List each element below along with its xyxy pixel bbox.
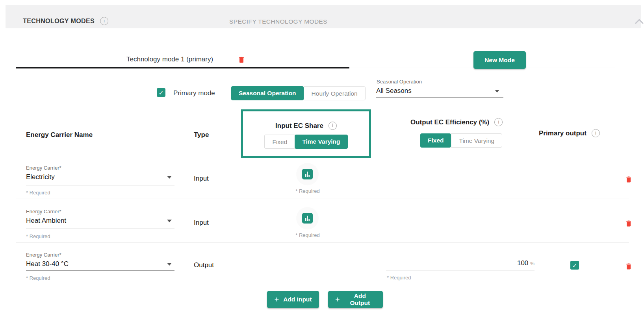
energy-carrier-field-label: Energy Carrier* [26,165,61,171]
primary-mode-label: Primary mode [173,89,215,97]
plus-icon: + [275,296,279,303]
delete-row-button[interactable] [625,175,633,184]
input-share-fixed-toggle[interactable]: Fixed [264,135,295,149]
trash-icon [238,55,245,65]
energy-carrier-field-label: Energy Carrier* [26,209,61,214]
bar-chart-icon [302,213,313,224]
divider [16,242,629,243]
select-underline [376,97,503,98]
required-hint: * Required [288,232,327,238]
divider [16,198,629,198]
required-hint: * Required [26,190,50,196]
input-share-chart-button[interactable] [302,169,313,179]
primary-output-checkbox[interactable] [570,261,579,270]
section-title: TECHNOLOGY MODES [23,18,95,25]
column-header-type: Type [194,131,209,139]
chevron-up-icon[interactable] [635,18,644,24]
new-mode-button[interactable]: New Mode [473,51,526,69]
output-efficiency-mode-toggle: Fixed Time Varying [420,133,502,148]
seasonal-operation-select[interactable]: All Seasons [376,87,412,95]
column-header-input-ec-share: Input EC Share [275,122,323,130]
operation-toggle: Seasonal Operation Hourly Operation [231,86,366,100]
section-subtitle: SPECIFY TECHNOLOGY MODES [229,18,327,25]
input-share-chart-button[interactable] [302,213,313,224]
delete-mode-button[interactable] [238,55,245,65]
dropdown-caret-icon[interactable] [167,263,172,266]
add-input-label: Add Input [283,296,312,303]
energy-carrier-field-label: Energy Carrier* [26,252,61,258]
primary-output-header: Primary output [539,129,600,137]
input-share-mode-toggle: Fixed Time Varying [264,135,347,149]
efficiency-unit: % [530,261,535,266]
required-hint: * Required [387,275,411,281]
column-header-primary-output: Primary output [539,129,586,137]
delete-row-button[interactable] [625,262,633,271]
tab-technology-mode-1[interactable]: Technology mode 1 (primary) [126,55,213,63]
carrier-type: Input [194,175,209,183]
energy-carrier-select[interactable]: Heat Ambient [26,217,66,225]
required-hint: * Required [26,233,50,239]
section-header-bar: TECHNOLOGY MODES SPECIFY TECHNOLOGY MODE… [6,5,641,28]
technology-modes-panel: TECHNOLOGY MODES SPECIFY TECHNOLOGY MODE… [0,0,644,316]
plus-icon: + [335,296,340,303]
required-hint: * Required [288,188,327,194]
required-hint: * Required [26,275,50,281]
carrier-type: Output [194,261,214,269]
add-output-button[interactable]: + Add Output [328,291,383,308]
dropdown-caret-icon[interactable] [167,220,172,222]
energy-carrier-select[interactable]: Heat 30-40 °C [26,260,69,268]
energy-carrier-select[interactable]: Electricity [26,173,55,181]
active-tab-indicator [16,67,349,68]
input-share-time-varying-toggle[interactable]: Time Varying [295,135,347,149]
info-icon[interactable] [100,17,108,25]
trash-icon [625,219,633,228]
seasonal-operation-select-label: Seasonal Operation [377,79,422,85]
field-underline [386,270,535,270]
add-input-button[interactable]: + Add Input [267,291,319,308]
efficiency-value[interactable]: 100 [517,259,528,267]
field-underline [26,185,174,185]
bar-chart-icon [302,169,313,179]
output-efficiency-time-varying-toggle[interactable]: Time Varying [451,133,502,148]
carrier-type: Input [194,219,209,227]
column-header-energy-carrier: Energy Carrier Name [26,131,93,139]
input-ec-share-highlight-box: Input EC Share Fixed Time Varying [241,109,371,158]
trash-icon [625,175,633,184]
column-header-output-ec-efficiency: Output EC Efficiency (%) [410,118,489,126]
efficiency-field[interactable]: 100% [386,259,535,267]
toggle-seasonal-operation[interactable]: Seasonal Operation [231,86,304,100]
info-icon[interactable] [592,129,600,137]
dropdown-caret-icon[interactable] [167,176,172,179]
info-icon[interactable] [494,118,503,126]
toggle-hourly-operation[interactable]: Hourly Operation [304,86,366,100]
primary-mode-checkbox[interactable] [157,88,165,97]
output-efficiency-header: Output EC Efficiency (%) [410,118,503,126]
dropdown-caret-icon[interactable] [495,90,499,92]
field-underline [26,229,174,229]
add-output-label: Add Output [344,292,376,307]
delete-row-button[interactable] [625,219,633,228]
info-icon[interactable] [328,122,337,130]
trash-icon [625,262,633,271]
output-efficiency-fixed-toggle[interactable]: Fixed [420,133,451,148]
field-underline [26,270,174,271]
